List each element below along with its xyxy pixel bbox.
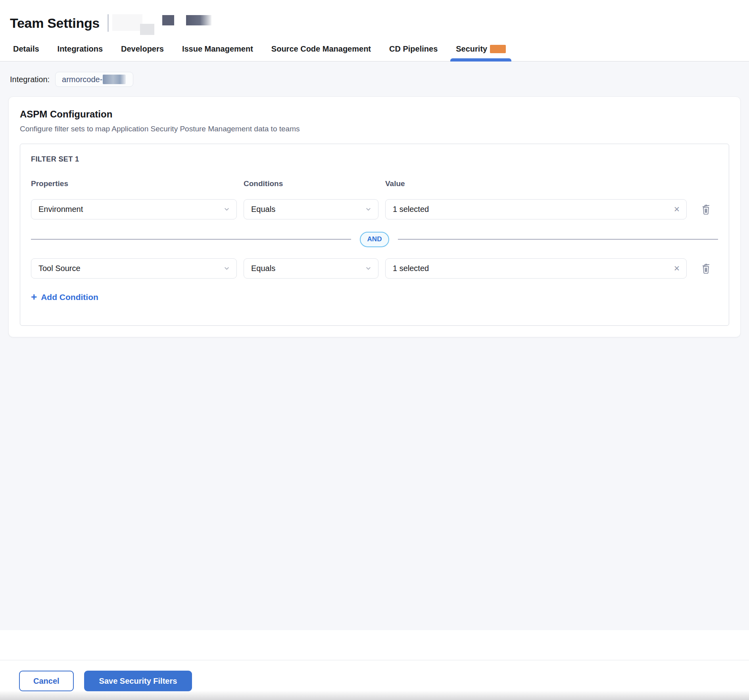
property-select[interactable]: Tool Source [31, 258, 237, 279]
active-tab-underline [450, 58, 511, 62]
save-security-filters-button[interactable]: Save Security Filters [84, 671, 192, 691]
tab-cd-pipelines[interactable]: CD Pipelines [383, 37, 444, 61]
trash-icon [701, 210, 711, 216]
condition-row-1: Environment Equals 1 selected ✕ [31, 199, 718, 219]
redacted-block [112, 14, 142, 31]
clear-selection-icon[interactable]: ✕ [674, 206, 680, 213]
add-condition-button[interactable]: + Add Condition [31, 292, 98, 302]
card-title: ASPM Configuration [20, 109, 729, 120]
page-footer: Cancel Save Security Filters [0, 630, 749, 700]
tab-label: Developers [121, 44, 164, 54]
integration-value-prefix: armorcode- [62, 75, 102, 84]
tab-label: Security [456, 44, 487, 54]
and-operator-pill[interactable]: AND [360, 232, 390, 247]
plus-icon: + [31, 292, 37, 302]
condition-row-2: Tool Source Equals 1 selected ✕ [31, 258, 718, 279]
filter-set-title: FILTER SET 1 [31, 155, 718, 163]
footer-actions: Cancel Save Security Filters [0, 660, 749, 691]
chevron-down-icon [365, 206, 372, 213]
chevron-down-icon [223, 265, 230, 272]
redacted-integration-suffix [103, 75, 126, 84]
value-multiselect[interactable]: 1 selected ✕ [385, 258, 687, 279]
delete-condition-button[interactable] [700, 262, 712, 276]
add-condition-label: Add Condition [41, 292, 98, 302]
divider-line [31, 239, 351, 240]
content-area: Integration: armorcode- ASPM Configurati… [0, 62, 749, 630]
property-select-value: Tool Source [38, 264, 81, 273]
filter-set-1: FILTER SET 1 Properties Conditions Value… [20, 144, 729, 326]
page-header: Team Settings Details Integrations Devel… [0, 0, 749, 62]
chevron-down-icon [365, 265, 372, 272]
redacted-block [162, 15, 174, 25]
tab-bar: Details Integrations Developers Issue Ma… [0, 37, 749, 62]
tab-issue-management[interactable]: Issue Management [176, 37, 259, 61]
value-selected-count: 1 selected [393, 264, 429, 273]
column-header-properties: Properties [31, 179, 237, 188]
tab-developers[interactable]: Developers [115, 37, 170, 61]
tab-security[interactable]: Security [449, 37, 512, 61]
property-select-value: Environment [38, 205, 83, 214]
tab-label: Integrations [58, 44, 103, 54]
condition-select[interactable]: Equals [244, 199, 378, 219]
column-header-value: Value [385, 179, 687, 188]
redacted-block [140, 24, 154, 35]
title-row: Team Settings [0, 0, 749, 37]
value-multiselect[interactable]: 1 selected ✕ [385, 199, 687, 219]
value-selected-count: 1 selected [393, 205, 429, 214]
integration-row: Integration: armorcode- [8, 72, 741, 87]
cancel-button[interactable]: Cancel [19, 671, 74, 691]
tab-label: Source Code Management [271, 44, 371, 54]
card-subtitle: Configure filter sets to map Application… [20, 125, 729, 133]
condition-select-value: Equals [251, 264, 275, 273]
tab-label: Details [13, 44, 39, 54]
tab-source-code-management[interactable]: Source Code Management [265, 37, 377, 61]
security-tab-badge-redacted [490, 45, 506, 53]
condition-select[interactable]: Equals [244, 258, 378, 279]
aspm-configuration-card: ASPM Configuration Configure filter sets… [8, 96, 741, 337]
and-operator-divider: AND [31, 231, 718, 247]
divider-line [398, 239, 718, 240]
integration-label: Integration: [10, 75, 50, 84]
condition-select-value: Equals [251, 205, 275, 214]
redacted-block [186, 15, 211, 25]
tab-details[interactable]: Details [7, 37, 46, 61]
tab-label: CD Pipelines [389, 44, 438, 54]
redacted-title-suffix [108, 12, 238, 34]
delete-condition-button[interactable] [700, 202, 712, 217]
column-headers: Properties Conditions Value [31, 179, 718, 188]
bottom-fade [0, 690, 749, 700]
team-settings-page: Team Settings Details Integrations Devel… [0, 0, 749, 700]
property-select[interactable]: Environment [31, 199, 237, 219]
integration-value-pill[interactable]: armorcode- [55, 72, 133, 87]
chevron-down-icon [223, 206, 230, 213]
column-header-conditions: Conditions [244, 179, 378, 188]
page-title: Team Settings [10, 15, 100, 31]
clear-selection-icon[interactable]: ✕ [674, 265, 680, 272]
tab-integrations[interactable]: Integrations [51, 37, 109, 61]
title-divider [108, 14, 109, 32]
tab-label: Issue Management [182, 44, 253, 54]
trash-icon [701, 269, 711, 275]
footer-spacer [0, 630, 749, 660]
